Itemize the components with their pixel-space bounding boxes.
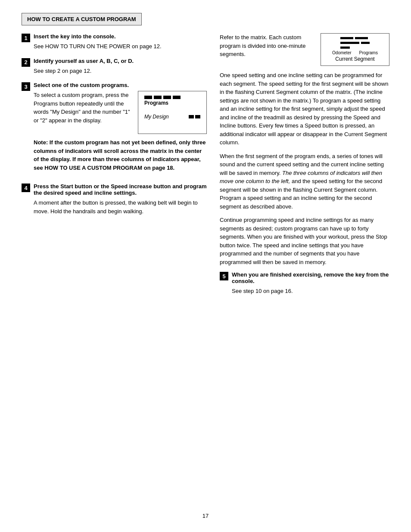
mydesign-label: My Design [144, 114, 169, 120]
right-para-1: One speed setting and one incline settin… [220, 71, 389, 147]
matrix-box: Odometer Programs Current Segment [321, 33, 389, 66]
step-3-body-text: To select a custom program, press the Pr… [34, 92, 130, 124]
step-4-number: 4 [22, 184, 30, 192]
left-column: 1 Insert the key into the console. See H… [22, 33, 207, 302]
matrix-lines-bot [340, 47, 350, 49]
step-3-content: Select one of the custom programs. To se… [34, 82, 207, 176]
matrix-icon-group [340, 37, 370, 49]
prog-bar-3 [163, 96, 171, 99]
prog-bar-4 [173, 96, 181, 99]
matrix-label-programs: Programs [359, 50, 378, 55]
page: HOW TO CREATE A CUSTOM PROGRAM 1 Insert … [0, 0, 411, 532]
prog-indicators-row: Programs [144, 96, 200, 106]
step-5-body: See step 10 on page 16. [232, 287, 389, 296]
page-title: HOW TO CREATE A CUSTOM PROGRAM [27, 16, 136, 22]
right-intro-text: Refer to the matrix. Each custom program… [220, 33, 314, 66]
prog-indicators [144, 96, 200, 99]
matrix-top-row [340, 37, 370, 49]
prog-bar-1 [144, 96, 152, 99]
step-4-title: Press the Start button or the Speed incr… [34, 183, 207, 196]
step-2-content: Identify yourself as user A, B, C, or D.… [34, 58, 207, 75]
step-5-title: When you are finished exercising, remove… [232, 271, 389, 284]
step-5-number: 5 [220, 272, 228, 280]
program-display-box: Programs My Design [138, 91, 207, 134]
step-1-body: See HOW TO TURN ON THE POWER on page 12. [34, 42, 207, 51]
step-3-title: Select one of the custom programs. [34, 82, 207, 88]
right-column: Refer to the matrix. Each custom program… [220, 33, 389, 302]
right-top: Refer to the matrix. Each custom program… [220, 33, 389, 66]
step-3-body: To select a custom program, press the Pr… [34, 91, 133, 134]
right-para-2: When the first segment of the program en… [220, 152, 389, 211]
mydesign-dot-2 [195, 115, 200, 118]
title-box: HOW TO CREATE A CUSTOM PROGRAM [22, 13, 142, 25]
matrix-lines-top [340, 37, 368, 39]
matrix-caption: Current Segment [335, 56, 374, 62]
prog-bar-2 [154, 96, 162, 99]
step-3-number: 3 [22, 82, 30, 91]
matrix-labels: Odometer Programs [332, 50, 378, 55]
step-5-content: When you are finished exercising, remove… [232, 271, 389, 296]
mydesign-dots [189, 115, 200, 118]
step-2-body: See step 2 on page 12. [34, 67, 207, 75]
step-1-title: Insert the key into the console. [34, 33, 207, 40]
step-3-note: Note: If the custom program has not yet … [34, 138, 207, 172]
step-3-inner: To select a custom program, press the Pr… [34, 91, 207, 134]
step-4: 4 Press the Start button or the Speed in… [22, 183, 207, 215]
matrix-label-odometer: Odometer [332, 50, 351, 55]
matrix-line-5 [340, 47, 350, 49]
right-para-3: Continue programming speed and incline s… [220, 216, 389, 266]
step-5: 5 When you are finished exercising, remo… [220, 271, 389, 296]
mydesign-dot-1 [189, 115, 194, 118]
step-4-content: Press the Start button or the Speed incr… [34, 183, 207, 215]
step-2: 2 Identify yourself as user A, B, C, or … [22, 58, 207, 75]
matrix-line-2 [355, 37, 368, 39]
step-2-number: 2 [22, 58, 30, 67]
step-4-body: A moment after the button is pressed, th… [34, 199, 207, 215]
step-2-title: Identify yourself as user A, B, C, or D. [34, 58, 207, 64]
matrix-line-3 [340, 42, 359, 44]
step-1-content: Insert the key into the console. See HOW… [34, 33, 207, 51]
mydesign-row: My Design [144, 114, 200, 120]
page-number: 17 [0, 513, 411, 519]
matrix-lines-mid [340, 42, 370, 44]
step-1-number: 1 [22, 34, 30, 42]
step-3: 3 Select one of the custom programs. To … [22, 82, 207, 176]
matrix-line-4 [361, 42, 370, 44]
two-column-layout: 1 Insert the key into the console. See H… [22, 33, 389, 302]
step-1: 1 Insert the key into the console. See H… [22, 33, 207, 51]
matrix-line-1 [340, 37, 353, 39]
programs-label: Programs [144, 100, 200, 106]
